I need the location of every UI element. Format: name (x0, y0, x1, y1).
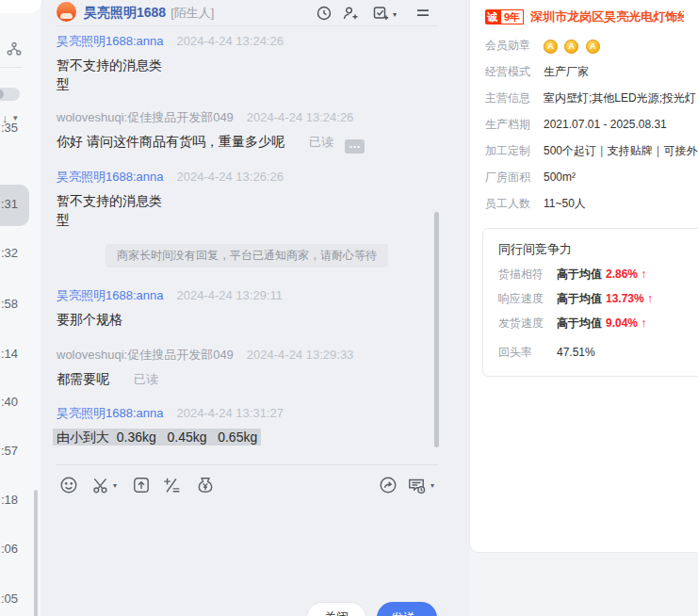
info-value: 生产厂家 (544, 64, 589, 79)
read-status: 已读 (309, 135, 333, 149)
conversation-item-time[interactable]: :40 (1, 395, 29, 409)
stat-value: 2.86% ↑ (606, 267, 646, 282)
quote-price-icon[interactable] (162, 476, 181, 494)
stat-value: 47.51% (557, 346, 595, 360)
sender-name[interactable]: 昊亮照明1688:anna (57, 406, 163, 420)
info-value: 11~50人 (544, 196, 586, 211)
contact-avatar[interactable] (57, 2, 76, 22)
stranger-tag: [陌生人] (170, 6, 214, 20)
sender-name[interactable]: 昊亮照明1688:anna (57, 170, 163, 184)
sender-name: woloveshuqi:促佳搜品开发部049 (57, 348, 234, 362)
stat-prefix: 高于均值 (557, 267, 602, 282)
message-time: 2024-4-24 13:29:33 (247, 348, 353, 362)
conversation-item-time-selected[interactable]: :31 (1, 197, 29, 211)
send-button[interactable]: 发送▾ (377, 602, 437, 616)
medal-icon: A (564, 40, 578, 54)
stat-prefix: 高于均值 (557, 316, 602, 331)
message-time: 2024-4-24 13:29:11 (176, 288, 283, 302)
upload-file-icon[interactable] (132, 476, 151, 494)
info-row: 员工人数 11~50人 (485, 196, 698, 211)
conversation-item-time[interactable]: :14 (1, 347, 29, 361)
close-button[interactable]: 关闭 (306, 602, 366, 616)
message-time: 2024-4-24 13:24:26 (176, 34, 283, 48)
message-text-selected: 由小到大 0.36kg 0.45kg 0.65kg (53, 429, 261, 446)
stat-value: 9.04% ↑ (606, 316, 646, 331)
info-row: 加工定制 500个起订｜支持贴牌｜可接外 (485, 143, 698, 158)
emoji-icon[interactable] (59, 476, 78, 494)
info-value: 室内壁灯;其他LED光源;投光灯 (544, 90, 696, 105)
create-task-icon[interactable] (372, 5, 391, 22)
chevron-down-icon[interactable]: ▾ (393, 10, 397, 19)
info-row: 厂房面积 500m² (485, 170, 698, 185)
toggle-knob (0, 89, 4, 99)
add-contact-icon[interactable] (342, 5, 361, 22)
red-envelope-money-icon[interactable] (196, 476, 215, 494)
online-status-toggle[interactable] (0, 88, 20, 101)
toolbar-divider (57, 464, 438, 465)
competitiveness-title: 同行间竞争力 (498, 241, 572, 258)
info-value: 2021.07.01 - 2025.08.31 (544, 117, 667, 132)
chevron-down-icon[interactable]: ▾ (430, 481, 434, 490)
info-label: 经营模式 (485, 64, 544, 79)
conversation-item-time[interactable]: :35 (1, 121, 29, 135)
org-network-icon[interactable] (7, 41, 22, 57)
info-row: 经营模式 生产厂家 (485, 64, 698, 79)
contact-name: 昊亮照明1688 (84, 5, 166, 20)
message-history-icon[interactable] (407, 476, 426, 494)
info-label: 员工人数 (485, 196, 544, 211)
message-text: 暂不支持的消息类型 (57, 191, 171, 229)
conversation-item-time[interactable]: :05 (1, 592, 29, 606)
info-label: 主营信息 (485, 90, 544, 105)
message-text: 都需要呢 (57, 371, 109, 386)
stat-row: 回头率 47.51% (498, 346, 595, 360)
message-seller: 昊亮照明1688:anna2024-4-24 13:29:11 要那个规格 (57, 288, 438, 329)
chat-scrollbar[interactable] (434, 212, 439, 447)
info-value: 500个起订｜支持贴牌｜可接外 (544, 143, 698, 158)
sidebar-divider (0, 67, 22, 68)
message-time: 2024-4-24 13:24:26 (247, 110, 353, 124)
stat-prefix: 高于均值 (557, 292, 602, 306)
company-name-link[interactable]: 深圳市龙岗区昊亮光电灯饰经 (530, 8, 684, 25)
message-time: 2024-4-24 13:31:27 (176, 406, 283, 420)
medal-icon: A (544, 40, 558, 54)
message-buyer: woloveshuqi:促佳搜品开发部0492024-4-24 13:24:26… (57, 110, 438, 154)
chengxintong-badge-icon: 诚 (485, 9, 500, 24)
message-time: 2024-4-24 13:26:26 (176, 170, 283, 184)
membership-years-badge: 9年 (500, 9, 524, 24)
message-seller: 昊亮照明1688:anna2024-4-24 13:26:26 暂不支持的消息类… (57, 170, 438, 229)
sidebar-scrollbar[interactable] (34, 490, 38, 616)
chevron-down-icon[interactable]: ▾ (113, 481, 117, 490)
menu-icon[interactable] (414, 5, 433, 22)
stat-value: 13.73% ↑ (606, 292, 653, 306)
competitiveness-card: 同行间竞争力 货描相符 高于均值 2.86% ↑ 响应速度 高于均值 13.73… (482, 228, 698, 377)
conversation-item-time[interactable]: :58 (1, 297, 29, 311)
stat-row: 响应速度 高于均值 13.73% ↑ (498, 292, 653, 306)
conversation-item-time[interactable]: :32 (1, 246, 29, 260)
conversation-item-time[interactable]: :57 (1, 444, 29, 458)
app-window: ↓ ▼ :35 :31 :32 :58 :14 :40 :57 :18 :06 … (0, 0, 698, 616)
header-divider (57, 25, 438, 26)
share-send-icon[interactable] (379, 476, 398, 494)
info-row: 生产档期 2021.07.01 - 2025.08.31 (485, 117, 698, 132)
stat-row: 货描相符 高于均值 2.86% ↑ (498, 267, 646, 282)
chat-history-icon[interactable] (316, 5, 334, 22)
info-label: 生产档期 (485, 117, 544, 132)
info-row: 主营信息 室内壁灯;其他LED光源;投光灯 (485, 90, 698, 105)
stat-row: 发货速度 高于均值 9.04% ↑ (498, 316, 646, 331)
read-status: 已读 (134, 372, 158, 386)
sender-name[interactable]: 昊亮照明1688:anna (57, 288, 163, 302)
sender-name[interactable]: 昊亮照明1688:anna (57, 34, 163, 48)
info-value: 500m² (544, 170, 576, 185)
sender-name: woloveshuqi:促佳搜品开发部049 (57, 110, 234, 124)
conversation-item-time[interactable]: :18 (1, 493, 29, 507)
conversation-item-time[interactable]: :06 (1, 542, 29, 556)
screenshot-scissors-icon[interactable] (91, 476, 110, 494)
more-actions-icon[interactable]: … (345, 139, 365, 154)
supplier-info-panel: 诚 9年 深圳市龙岗区昊亮光电灯饰经 会员勋章 A A A 经营模式 生产厂家 … (469, 0, 698, 616)
info-label: 会员勋章 (485, 38, 544, 54)
info-row-medals: 会员勋章 A A A (485, 38, 698, 54)
stat-label: 发货速度 (498, 316, 557, 331)
message-text: 要那个规格 (57, 310, 438, 329)
medal-icon: A (586, 40, 600, 54)
chat-panel: 昊亮照明1688[陌生人] ▾ 昊亮照明1688:anna2024-4-24 1… (41, 0, 469, 616)
